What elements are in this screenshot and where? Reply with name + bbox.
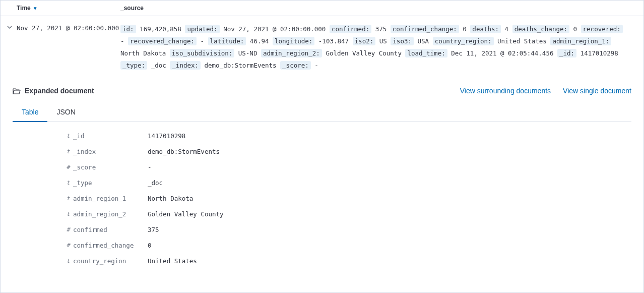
source-field-value: -103.847 (318, 37, 349, 45)
expanded-header: Expanded document View surrounding docum… (13, 87, 631, 95)
field-row: tadmin_region_1North Dakota (63, 191, 631, 206)
tab-json[interactable]: JSON (47, 103, 84, 122)
source-field-key: _id: (557, 49, 576, 57)
source-field-value: US-ND (238, 49, 257, 57)
source-field-value: - (314, 62, 318, 69)
source-field-key: latitude: (208, 37, 246, 45)
field-type-icon: # (63, 164, 73, 170)
field-name: _type (73, 179, 148, 187)
field-value: demo_db:StormEvents (148, 148, 220, 155)
column-header-time[interactable]: Time ▼ (17, 5, 120, 12)
field-name: _score (73, 163, 148, 171)
source-field-key: recovered: (581, 25, 623, 33)
field-type-icon: # (63, 242, 73, 249)
source-field-key: country_region: (433, 37, 494, 45)
source-field-key: iso3: (391, 37, 414, 45)
source-field-value: _doc (151, 62, 166, 69)
source-field-key: confirmed_change: (391, 25, 459, 33)
source-field-value: United States (497, 37, 547, 45)
field-type-icon: t (63, 258, 73, 264)
field-row: tcountry_regionUnited States (63, 253, 631, 269)
source-field-key: iso2: (353, 37, 376, 45)
field-name: _id (73, 132, 148, 140)
header-links: View surrounding documents View single d… (460, 87, 631, 95)
source-field-key: deaths: (470, 25, 501, 33)
tab-table[interactable]: Table (13, 103, 47, 122)
source-field-key: longitude: (273, 37, 314, 45)
expanded-title: Expanded document (13, 87, 94, 95)
field-type-icon: t (63, 180, 73, 186)
expanded-title-label: Expanded document (25, 87, 94, 95)
source-field-value: demo_db:StormEvents (205, 62, 277, 69)
field-value: 1417010298 (148, 132, 185, 140)
field-row: t_id1417010298 (63, 128, 631, 144)
source-field-value: 4 (505, 25, 509, 33)
field-row: #_score - (63, 159, 631, 175)
source-field-value: 375 (375, 25, 387, 33)
field-value: 0 (148, 242, 152, 249)
field-name: admin_region_1 (73, 195, 148, 202)
source-field-value: 0 (463, 25, 467, 33)
cell-timestamp: Nov 27, 2021 @ 02:00:00.000 (15, 23, 120, 32)
document-viewer: Time ▼ _source Nov 27, 2021 @ 02:00:00.0… (0, 0, 644, 293)
field-type-icon: # (63, 226, 73, 233)
source-field-key: updated: (185, 25, 219, 33)
source-field-key: admin_region_2: (261, 49, 322, 57)
source-field-key: _score: (280, 61, 311, 70)
field-name: _index (73, 148, 148, 155)
source-field-value: North Dakota (120, 49, 166, 57)
source-field-value: - (120, 37, 128, 45)
tabs: Table JSON (13, 103, 631, 122)
source-field-key: deaths_change: (512, 25, 569, 33)
source-field-value: 1417010298 (581, 49, 618, 57)
field-value: _doc (148, 179, 163, 187)
field-type-icon: t (63, 148, 73, 155)
field-value: United States (148, 257, 197, 265)
table-row: Nov 27, 2021 @ 02:00:00.000 id: 169,420,… (1, 16, 643, 79)
field-name: confirmed_change (73, 242, 148, 249)
folder-open-icon (13, 88, 20, 94)
source-field-key: admin_region_1: (550, 37, 611, 45)
table-header: Time ▼ _source (1, 1, 643, 16)
column-header-source[interactable]: _source (120, 5, 643, 12)
expanded-document: Expanded document View surrounding docum… (1, 79, 643, 269)
sort-descending-icon: ▼ (33, 6, 38, 11)
field-value: North Dakota (148, 195, 193, 202)
field-row: #confirmed_change0 (63, 238, 631, 253)
field-type-icon: t (63, 211, 73, 217)
source-field-value: 0 (573, 25, 577, 33)
source-field-value: US (379, 37, 387, 45)
view-surrounding-link[interactable]: View surrounding documents (460, 87, 551, 95)
source-field-value: Dec 11, 2021 @ 02:05:44.456 (451, 49, 553, 57)
field-row: t_type_doc (63, 175, 631, 191)
source-field-key: recovered_change: (128, 37, 197, 45)
source-field-key: iso_subdivision: (170, 49, 234, 57)
field-value: - (148, 163, 152, 171)
source-field-value: 169,420,858 (140, 25, 181, 33)
source-field-key: _type: (120, 61, 147, 70)
field-type-icon: t (63, 195, 73, 202)
source-field-value: Golden Valley County (326, 49, 402, 57)
field-value: 375 (148, 226, 159, 233)
field-name: admin_region_2 (73, 210, 148, 218)
source-field-value: USA (418, 37, 429, 45)
field-value: Golden Valley County (148, 210, 224, 218)
source-field-key: confirmed: (330, 25, 371, 33)
collapse-toggle[interactable] (5, 23, 15, 32)
cell-source: id: 169,420,858 updated: Nov 27, 2021 @ … (120, 23, 635, 72)
source-field-value: 46.94 (250, 37, 269, 45)
field-table: t_id1417010298t_indexdemo_db:StormEvents… (13, 128, 631, 269)
view-single-link[interactable]: View single document (563, 87, 631, 95)
field-type-icon: t (63, 133, 73, 139)
field-name: confirmed (73, 226, 148, 233)
field-row: t_indexdemo_db:StormEvents (63, 144, 631, 159)
source-field-value: Nov 27, 2021 @ 02:00:00.000 (223, 25, 326, 33)
field-row: #confirmed375 (63, 222, 631, 238)
source-field-key: load_time: (405, 49, 447, 57)
header-time-label: Time (17, 5, 31, 12)
field-name: country_region (73, 257, 148, 265)
source-field-value: - (201, 37, 208, 45)
field-row: tadmin_region_2Golden Valley County (63, 206, 631, 222)
header-source-label: _source (120, 5, 144, 12)
source-field-key: id: (120, 25, 136, 33)
